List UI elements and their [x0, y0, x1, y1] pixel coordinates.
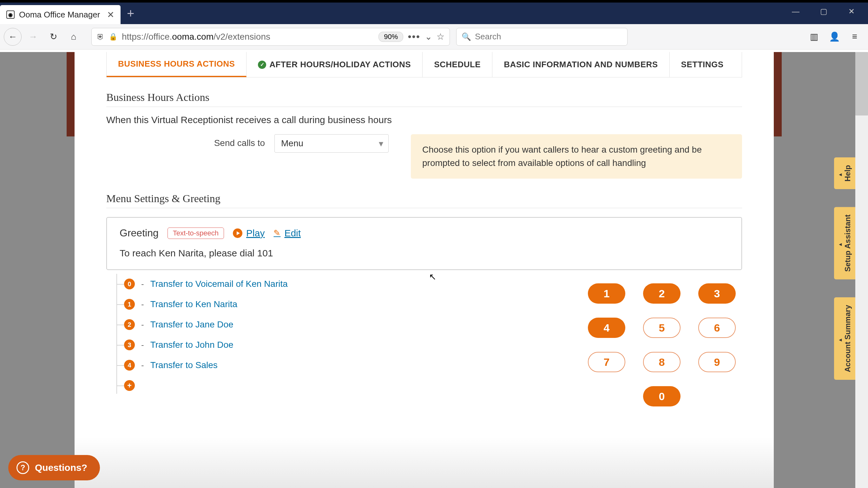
main-tabs: BUSINESS HOURS ACTIONS ✓AFTER HOURS/HOLI…	[106, 52, 742, 78]
send-calls-select[interactable]: Menu ▾	[274, 134, 389, 153]
keypad-8[interactable]: 8	[643, 352, 681, 372]
key-badge: 2	[124, 319, 135, 330]
section-description: When this Virtual Receptionist receives …	[106, 115, 742, 125]
side-tabs: ◂Help ◂Setup Assistant ◂Account Summary	[834, 157, 855, 380]
keypad-7[interactable]: 7	[588, 352, 625, 372]
tab-basic-info[interactable]: BASIC INFORMATION AND NUMBERS	[492, 52, 670, 77]
menu-tree: 0 - Transfer to Voicemail of Ken Narita …	[106, 274, 575, 406]
keypad: 1 2 3 4 5 6 7 8 9 0	[588, 283, 736, 406]
edit-button[interactable]: ✎ Edit	[274, 228, 301, 239]
keypad-1[interactable]: 1	[588, 283, 625, 304]
search-icon: 🔍	[462, 32, 471, 41]
info-callout: Choose this option if you want callers t…	[411, 134, 742, 179]
home-button[interactable]: ⌂	[65, 28, 83, 46]
keypad-5[interactable]: 5	[643, 317, 681, 338]
maximize-button[interactable]: ▢	[810, 3, 838, 20]
chevron-down-icon: ▾	[379, 138, 383, 149]
select-value: Menu	[281, 138, 303, 149]
browser-tab[interactable]: ◉ Ooma Office Manager ✕	[0, 5, 121, 24]
reload-button[interactable]: ↻	[44, 28, 62, 46]
scrollbar[interactable]	[855, 52, 868, 488]
back-button[interactable]: ←	[4, 28, 22, 46]
side-tab-setup[interactable]: ◂Setup Assistant	[834, 207, 855, 279]
tab-business-hours[interactable]: BUSINESS HOURS ACTIONS	[106, 52, 247, 77]
new-tab-button[interactable]: +	[127, 6, 134, 21]
keypad-2[interactable]: 2	[643, 283, 681, 304]
section-title-menu-settings: Menu Settings & Greeting	[106, 192, 742, 208]
key-badge: 0	[124, 279, 135, 289]
pencil-icon: ✎	[274, 228, 280, 238]
shield-icon[interactable]: ⛨	[97, 32, 104, 41]
questions-button[interactable]: ? Questions?	[8, 455, 100, 480]
zoom-badge[interactable]: 90%	[378, 32, 403, 42]
key-badge: 4	[124, 360, 135, 371]
tab-title: Ooma Office Manager	[19, 10, 102, 20]
menu-item-1[interactable]: 1 - Transfer to Ken Narita	[124, 294, 575, 314]
plus-icon[interactable]: +	[124, 380, 135, 391]
library-icon[interactable]: ▥	[807, 31, 821, 42]
menu-item-2[interactable]: 2 - Transfer to Jane Doe	[124, 314, 575, 335]
url-text: https://office.ooma.com/v2/extensions	[122, 32, 374, 42]
side-tab-account[interactable]: ◂Account Summary	[834, 297, 855, 380]
forward-button[interactable]: →	[24, 28, 42, 46]
lock-icon[interactable]: 🔒	[109, 33, 117, 41]
menu-item-4[interactable]: 4 - Transfer to Sales	[124, 355, 575, 375]
greeting-box: Greeting Text-to-speech Play ✎ Edit To r…	[106, 217, 742, 270]
tab-schedule[interactable]: SCHEDULE	[423, 52, 492, 77]
add-menu-item[interactable]: +	[124, 375, 575, 396]
side-tab-help[interactable]: ◂Help	[834, 157, 855, 189]
tts-badge: Text-to-speech	[167, 227, 224, 239]
key-badge: 1	[124, 299, 135, 310]
menu-item-3[interactable]: 3 - Transfer to John Doe	[124, 335, 575, 355]
menu-action-link[interactable]: Transfer to Jane Doe	[150, 319, 234, 330]
keypad-9[interactable]: 9	[698, 352, 736, 372]
address-bar[interactable]: ⛨ 🔒 https://office.ooma.com/v2/extension…	[91, 28, 450, 46]
tab-after-hours[interactable]: ✓AFTER HOURS/HOLIDAY ACTIONS	[247, 52, 423, 77]
play-icon	[233, 228, 242, 238]
section-title-business-hours: Business Hours Actions	[106, 91, 742, 107]
ooma-favicon: ◉	[6, 10, 14, 19]
keypad-4[interactable]: 4	[588, 317, 625, 338]
bookmark-star-icon[interactable]: ☆	[437, 31, 444, 42]
menu-action-link[interactable]: Transfer to Voicemail of Ken Narita	[150, 279, 288, 289]
scrollbar-thumb[interactable]	[855, 52, 868, 116]
keypad-6[interactable]: 6	[698, 317, 736, 338]
browser-tab-bar: ◉ Ooma Office Manager ✕ + — ▢ ✕	[0, 3, 868, 24]
greeting-text: To reach Ken Narita, please dial 101	[120, 248, 729, 258]
check-icon: ✓	[258, 61, 266, 69]
minimize-button[interactable]: —	[782, 3, 810, 20]
send-calls-label: Send calls to	[106, 134, 265, 148]
close-window-button[interactable]: ✕	[838, 3, 865, 20]
window-controls: — ▢ ✕	[782, 3, 865, 20]
menu-action-link[interactable]: Transfer to Ken Narita	[150, 299, 237, 309]
keypad-0[interactable]: 0	[643, 386, 681, 406]
close-tab-icon[interactable]: ✕	[107, 9, 114, 20]
question-icon: ?	[17, 461, 29, 474]
main-card: BUSINESS HOURS ACTIONS ✓AFTER HOURS/HOLI…	[74, 52, 774, 488]
play-button[interactable]: Play	[233, 228, 265, 239]
search-bar[interactable]: 🔍	[456, 28, 627, 46]
browser-toolbar: ← → ↻ ⌂ ⛨ 🔒 https://office.ooma.com/v2/e…	[0, 24, 868, 50]
menu-item-0[interactable]: 0 - Transfer to Voicemail of Ken Narita	[124, 274, 575, 294]
keypad-3[interactable]: 3	[698, 283, 736, 304]
account-icon[interactable]: 👤	[827, 31, 841, 42]
greeting-label: Greeting	[120, 227, 159, 239]
key-badge: 3	[124, 339, 135, 350]
pocket-icon[interactable]: ⌄	[425, 31, 432, 42]
page-actions-icon[interactable]: •••	[408, 31, 421, 42]
menu-action-link[interactable]: Transfer to John Doe	[150, 340, 234, 350]
menu-icon[interactable]: ≡	[848, 31, 862, 42]
page-content: BUSINESS HOURS ACTIONS ✓AFTER HOURS/HOLI…	[0, 52, 855, 488]
search-input[interactable]	[475, 32, 622, 41]
tab-settings[interactable]: SETTINGS	[670, 52, 735, 77]
menu-action-link[interactable]: Transfer to Sales	[150, 360, 218, 370]
